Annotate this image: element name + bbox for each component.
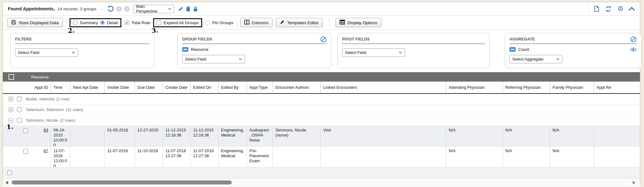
- scroll-right-arrow-icon[interactable]: [633, 181, 636, 184]
- annotation-box-3: 3. Expand All Groups: [153, 18, 202, 27]
- cell-appt-re: [594, 147, 599, 167]
- group-name: Simmons, Nicole: [26, 118, 58, 123]
- chevron-right-icon[interactable]: [124, 6, 130, 12]
- cell-time: 08-24-2015 10:00:00: [51, 126, 70, 146]
- filters-select-field[interactable]: Select Field: [15, 48, 78, 57]
- summary-radio[interactable]: [73, 20, 78, 25]
- row-checkbox[interactable]: [23, 149, 28, 154]
- clear-aggregate-icon[interactable]: [630, 36, 637, 43]
- column-header[interactable]: Linked Encounters: [321, 82, 446, 93]
- aggregate-field-label: Count: [518, 47, 529, 52]
- expand-group-icon[interactable]: [8, 97, 13, 101]
- chevron-down-icon: [72, 51, 75, 54]
- chevron-left-icon[interactable]: [116, 6, 122, 12]
- pivot-fields-title: PIVOT FIELDS: [342, 37, 370, 41]
- group-checkbox[interactable]: [17, 118, 22, 123]
- column-header[interactable]: Family Physician: [550, 82, 594, 93]
- row-checkbox[interactable]: [23, 128, 28, 133]
- cell-visible-date: 01-05-2016: [105, 126, 135, 146]
- group-fields-panel: GROUP FIELDS Resource Select Field: [177, 33, 331, 68]
- display-options-button[interactable]: Display Options: [336, 18, 381, 27]
- columns-button-label: Columns: [252, 20, 269, 25]
- group-fields-select-field[interactable]: Select Field: [182, 55, 245, 63]
- pin-groups-toggle[interactable]: Pin Groups: [205, 20, 234, 25]
- remove-aggregate-icon[interactable]: [509, 47, 516, 52]
- table-row: 67 11-07-2018 12:00:00 11-07-2018 11-10-…: [3, 147, 640, 167]
- summary-radio-group[interactable]: Summary: [73, 20, 98, 25]
- cell-attending-physician: N/A: [446, 147, 503, 167]
- group-fields-title: GROUP FIELDS: [182, 37, 212, 41]
- column-header[interactable]: Appt ID: [31, 82, 51, 93]
- edit-perspective-icon[interactable]: [178, 6, 183, 12]
- column-header-row: Appt ID Time Next Apt Date Visible Date …: [3, 82, 640, 94]
- delete-perspective-icon[interactable]: [186, 6, 191, 12]
- remove-group-field-icon[interactable]: [182, 47, 188, 52]
- column-header[interactable]: Appt Type: [247, 82, 273, 93]
- horizontal-scrollbar-thumb[interactable]: [12, 180, 232, 184]
- store-displayed-data-button[interactable]: Store Displayed Data: [7, 18, 63, 27]
- footer-checkbox[interactable]: [7, 170, 12, 175]
- column-header[interactable]: Time: [51, 82, 70, 93]
- chevron-down-icon: [239, 58, 242, 60]
- chevron-down-icon: [399, 51, 402, 54]
- expand-all-groups-checkbox[interactable]: [157, 20, 161, 25]
- display-options-label: Display Options: [347, 20, 377, 25]
- group-checkbox[interactable]: [17, 97, 22, 101]
- column-header[interactable]: Edited On: [191, 82, 219, 93]
- group-checkbox[interactable]: [17, 107, 22, 112]
- clear-group-fields-icon[interactable]: [320, 36, 327, 43]
- undo-icon[interactable]: [107, 5, 114, 12]
- column-header[interactable]: Referring Physician: [503, 82, 550, 93]
- column-header[interactable]: Appt Re: [594, 82, 640, 93]
- chevron-down-icon: [556, 58, 559, 60]
- detail-label: Detail: [107, 20, 118, 25]
- lock-perspective-icon[interactable]: [193, 6, 198, 12]
- collapse-up-icon[interactable]: [629, 7, 635, 11]
- cell-due-date: 12-27-2015: [135, 126, 163, 146]
- total-row-checkbox[interactable]: [125, 20, 129, 25]
- column-header[interactable]: Edited By: [219, 82, 247, 93]
- scroll-left-arrow-icon[interactable]: [5, 181, 8, 184]
- detail-radio[interactable]: [100, 20, 105, 25]
- collapse-group-icon[interactable]: [8, 118, 13, 123]
- column-header[interactable]: Next Apt Date: [70, 82, 105, 93]
- columns-icon: [244, 20, 249, 25]
- pivot-fields-select-field[interactable]: Select Field: [342, 48, 405, 57]
- record-count: 14 records, 3 groups: [58, 7, 97, 11]
- cell-time: 11-07-2018 12:00:00: [51, 147, 70, 167]
- appt-id-link[interactable]: 63: [44, 128, 48, 132]
- column-header[interactable]: Visible Date: [105, 82, 135, 93]
- total-row-toggle[interactable]: Total Row: [125, 20, 150, 25]
- found-appointments-widget: Found Appointments, 14 records, 3 groups…: [3, 2, 640, 184]
- horizontal-scrollbar[interactable]: [3, 178, 640, 187]
- detail-radio-group[interactable]: Detail: [100, 20, 118, 25]
- pivot-fields-panel: PIVOT FIELDS Select Field: [337, 33, 490, 68]
- pin-groups-checkbox[interactable]: [205, 20, 210, 25]
- group-name: Selenium, Selenium: [26, 107, 64, 112]
- templates-editor-button[interactable]: Templates Editor: [276, 18, 323, 27]
- cell-appt-re: [594, 126, 599, 146]
- group-fields-select-value: Select Field: [185, 57, 206, 61]
- appt-id-link[interactable]: 67: [44, 148, 48, 153]
- expand-all-groups-toggle[interactable]: Expand All Groups: [157, 20, 199, 25]
- columns-button[interactable]: Columns: [240, 18, 273, 27]
- group-row-count: (1 row): [56, 97, 69, 101]
- column-header[interactable]: Create Date: [163, 82, 191, 93]
- select-all-checkbox[interactable]: [8, 74, 14, 80]
- aggregate-select[interactable]: Select Aggregate: [509, 55, 562, 63]
- column-header[interactable]: Attending Physician: [446, 82, 503, 93]
- cell-next-apt-date: [70, 126, 105, 146]
- filters-title: FILTERS: [15, 37, 32, 41]
- expand-group-icon[interactable]: [8, 107, 13, 112]
- perspective-select[interactable]: Main Perspective: [133, 5, 174, 13]
- refresh-icon[interactable]: [605, 6, 612, 12]
- config-panels: FILTERS Select Field GROUP FIELDS Resour…: [3, 30, 640, 72]
- gear-icon[interactable]: ⚙: [617, 5, 624, 12]
- cell-due-date: 11-10-2018: [135, 147, 163, 167]
- pivot-fields-select-value: Select Field: [345, 50, 366, 55]
- column-header[interactable]: Encounter Authors: [273, 82, 321, 93]
- visibility-eye-icon[interactable]: [630, 47, 637, 52]
- cell-edited-by: Engineering, Medical: [219, 126, 247, 146]
- column-header[interactable]: Due Date: [135, 82, 163, 93]
- new-document-icon[interactable]: [594, 6, 599, 12]
